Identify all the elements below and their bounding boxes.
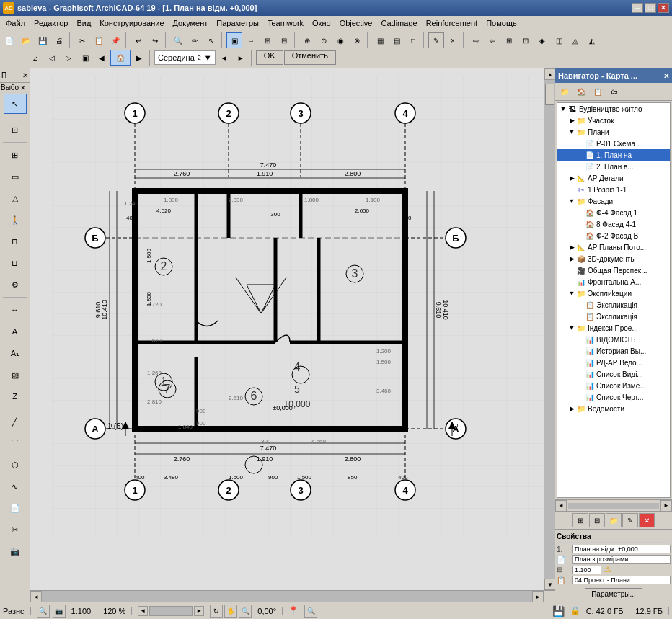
tb-btn-21[interactable]: ◫: [551, 32, 567, 48]
prop-btn-1[interactable]: ⊞: [572, 513, 588, 527]
menu-file[interactable]: Файл: [1, 17, 30, 29]
tb-btn-12[interactable]: ▤: [389, 32, 404, 48]
tb-btn-18[interactable]: ⊞: [501, 32, 517, 48]
tb-btn-13[interactable]: □: [405, 32, 421, 48]
tree-item-2[interactable]: ▼ 📁 Плани: [557, 126, 670, 138]
tool-object[interactable]: ⚙: [4, 275, 27, 295]
tree-item-22[interactable]: 📊 РД-АР Ведо...: [557, 357, 670, 368]
copy-button[interactable]: 📋: [91, 32, 107, 48]
prop-value-2[interactable]: План з розмірами: [572, 555, 671, 564]
tool-cursor[interactable]: ↖: [4, 94, 27, 114]
scroll-right-btn[interactable]: ►: [532, 591, 544, 602]
tree-item-7[interactable]: ✂ 1 Розріз 1-1: [557, 184, 670, 195]
tree-item-14[interactable]: 🎥 Общая Перспек...: [557, 264, 670, 276]
parameters-button[interactable]: Параметры...: [585, 588, 642, 600]
status-icon-2[interactable]: 📷: [53, 605, 66, 618]
snap-prev[interactable]: ◄: [216, 50, 232, 66]
menu-window[interactable]: Окно: [308, 17, 335, 29]
tb-btn-17[interactable]: ⇦: [485, 32, 500, 48]
menu-reinforcement[interactable]: Reinforcement: [422, 17, 482, 29]
tb-btn-14[interactable]: ✎: [428, 32, 444, 48]
nav-prev-btn[interactable]: ◄: [138, 606, 148, 616]
tree-item-1[interactable]: ▶ 📁 Участок: [557, 115, 670, 126]
tool-slab[interactable]: ▭: [4, 166, 27, 187]
tb-btn-23[interactable]: ◭: [584, 32, 600, 48]
tree-scrollbar[interactable]: ◄ ►: [555, 499, 672, 511]
tree-item-13[interactable]: ▶ 📦 3D-документы: [557, 253, 670, 264]
tb-btn-7[interactable]: ⊕: [299, 32, 315, 48]
tree-item-21[interactable]: 📊 Историая Вы...: [557, 345, 670, 357]
expand-icon-1[interactable]: ▶: [567, 117, 576, 124]
tool-window[interactable]: ⊔: [4, 253, 27, 273]
tree-item-10[interactable]: 🏠 8 Фасад 4-1: [557, 218, 670, 230]
tree-item-19[interactable]: ▼ 📁 Індекси Прое...: [557, 322, 670, 334]
toolbox-tab-close[interactable]: ✕: [20, 84, 26, 92]
tb-btn-19[interactable]: ⊡: [518, 32, 534, 48]
cut-button[interactable]: ✂: [74, 32, 90, 48]
tree-item-20[interactable]: 📊 ВІДОМІСТЬ: [557, 334, 670, 345]
expand-icon-13[interactable]: ▶: [567, 255, 576, 262]
expand-icon-8[interactable]: ▼: [567, 197, 576, 205]
scroll-up-btn[interactable]: ▲: [544, 68, 555, 80]
nav-slider[interactable]: [149, 606, 193, 616]
tool-stair[interactable]: 🚶: [4, 210, 27, 230]
prop-btn-delete[interactable]: ✕: [639, 513, 655, 527]
nav-btn-3[interactable]: 📋: [590, 84, 606, 99]
nav-btn-2[interactable]: 🏠: [573, 84, 589, 99]
tb-btn-15[interactable]: ×: [445, 32, 461, 48]
minimize-button[interactable]: ─: [632, 3, 643, 13]
secondary-tb-2[interactable]: ◁: [44, 50, 60, 66]
pencil-button[interactable]: ✏: [187, 32, 203, 48]
tool-arc[interactable]: ⌒: [4, 433, 27, 453]
tb-btn-5[interactable]: ⊞: [260, 32, 275, 48]
secondary-tb-3[interactable]: ▷: [61, 50, 76, 66]
scroll-track-v[interactable]: [544, 80, 555, 579]
status-icon-1[interactable]: 🔍: [37, 605, 50, 618]
prop-btn-2[interactable]: ⊟: [589, 513, 605, 527]
close-button[interactable]: ✕: [658, 3, 669, 13]
prop-btn-4[interactable]: ✎: [622, 513, 638, 527]
tree-item-4[interactable]: 📄 1. План на: [557, 149, 670, 161]
search-button[interactable]: 🔍: [170, 32, 186, 48]
select-button[interactable]: ▣: [226, 32, 242, 48]
tb-btn-10[interactable]: ⊗: [349, 32, 365, 48]
snap-dropdown[interactable]: Середина 2 ▼: [154, 50, 216, 65]
nav-btn-1[interactable]: 📁: [557, 84, 572, 99]
tool-fill[interactable]: ▨: [4, 365, 27, 385]
menu-view[interactable]: Вид: [72, 17, 95, 29]
menu-construct[interactable]: Конструирование: [95, 17, 168, 29]
tb-btn-11[interactable]: ▦: [372, 32, 388, 48]
tb-btn-22[interactable]: ◬: [567, 32, 583, 48]
tree-item-18[interactable]: 📋 Экспликація: [557, 311, 670, 322]
tree-item-8[interactable]: ▼ 📁 Фасади: [557, 195, 670, 207]
tool-roof[interactable]: △: [4, 188, 27, 208]
arrow-button[interactable]: →: [243, 32, 259, 48]
expand-icon-6[interactable]: ▶: [567, 174, 576, 182]
prop-value-1[interactable]: План на відм. +0,000: [572, 545, 671, 553]
tree-item-23[interactable]: 📊 Список Виді...: [557, 368, 670, 380]
tool-poly[interactable]: ⬡: [4, 455, 27, 475]
tree-scroll-left[interactable]: ◄: [555, 500, 567, 512]
prop-layer[interactable]: 04 Проект - Плани: [572, 576, 671, 584]
open-button[interactable]: 📂: [18, 32, 34, 48]
redo-button[interactable]: ↪: [147, 32, 163, 48]
tree-item-24[interactable]: 📊 Список Изме...: [557, 380, 670, 391]
secondary-tb-4[interactable]: ▣: [77, 50, 93, 66]
tool-marquee[interactable]: ⊡: [4, 120, 27, 140]
expand-icon-19[interactable]: ▼: [567, 324, 576, 331]
expand-icon-16[interactable]: ▼: [567, 290, 576, 297]
tb-btn-8[interactable]: ⊙: [316, 32, 332, 48]
nav-next-btn[interactable]: ►: [194, 606, 204, 616]
tree-item-9[interactable]: 🏠 Ф-4 Фасад 1: [557, 207, 670, 218]
expand-icon-12[interactable]: ▶: [567, 244, 576, 251]
tb-btn-16[interactable]: ⇨: [468, 32, 484, 48]
zoom-tool[interactable]: 🔍: [239, 605, 252, 618]
tree-item-6[interactable]: ▶ 📐 АР Детали: [557, 172, 670, 184]
menu-objective[interactable]: Objective: [335, 17, 377, 29]
prop-scale[interactable]: 1:100: [572, 566, 601, 574]
tb-btn-20[interactable]: ◈: [534, 32, 550, 48]
tool-cam[interactable]: 📷: [4, 541, 27, 561]
tool-label[interactable]: A₁: [4, 343, 27, 363]
tree-item-11[interactable]: 🏠 Ф-2 Фасад В: [557, 230, 670, 241]
tree-scroll-track[interactable]: [568, 503, 659, 509]
